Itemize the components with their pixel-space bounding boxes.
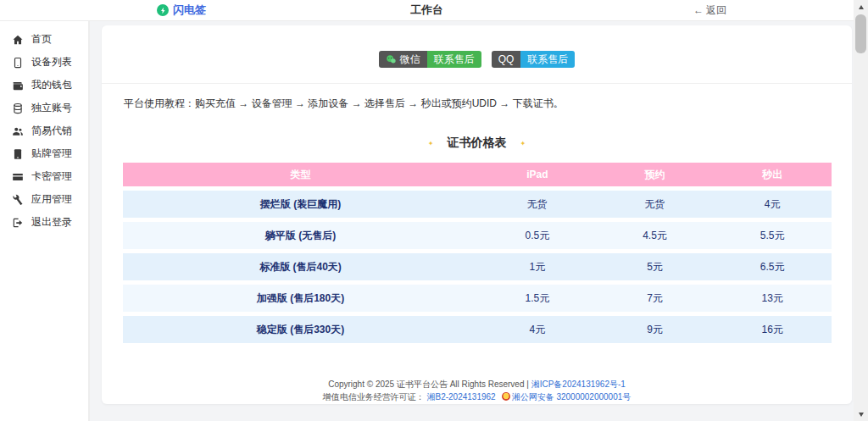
price-cell: 6.5元	[714, 253, 832, 280]
price-row: 加强版 (售后180天)1.5元7元13元	[123, 285, 832, 312]
sidebar-item-label: 我的钱包	[31, 78, 72, 92]
sidebar-item-label: 卡密管理	[31, 169, 72, 184]
sidebar-item-app-management[interactable]: 应用管理	[0, 188, 88, 211]
sign-out-icon	[12, 217, 24, 229]
price-cell: 无货	[479, 191, 597, 218]
price-table: 类型iPad预约秒出 摆烂版 (装巨魔用)无货无货4元躺平版 (无售后)0.5元…	[123, 158, 832, 347]
sparkle-icon: ✦	[520, 140, 526, 147]
icp-link[interactable]: 湘ICP备2024131962号-1	[531, 379, 626, 389]
column-header: 秒出	[714, 163, 832, 186]
wrench-icon	[12, 194, 24, 206]
price-cell: 9元	[596, 316, 714, 343]
smartphone-icon	[12, 57, 24, 69]
column-header: 预约	[596, 163, 714, 186]
license-line: 增值电信业务经营许可证： 湘B2-2024131962湘公网安备 3200000…	[102, 391, 852, 403]
wechat-icon	[386, 54, 397, 65]
price-cell: 13元	[714, 285, 832, 312]
sidebar-item-device-list[interactable]: 设备列表	[0, 51, 88, 74]
divider	[102, 83, 852, 84]
qq-label: QQ	[492, 51, 521, 68]
logo-text: 闪电签	[173, 3, 206, 18]
back-button[interactable]: ← 返回	[693, 0, 726, 20]
plan-name: 加强版 (售后180天)	[123, 285, 479, 312]
price-row: 标准版 (售后40天)1元5元6.5元	[123, 253, 832, 280]
scrollbar[interactable]	[854, 0, 868, 421]
security-record-link[interactable]: 湘公网安备 32000002000001号	[512, 392, 632, 402]
sidebar-item-label: 设备列表	[31, 55, 72, 69]
license-text: 增值电信业务经营许可证：	[323, 392, 427, 402]
plan-name: 摆烂版 (装巨魔用)	[123, 191, 479, 218]
price-table-title-text: 证书价格表	[448, 136, 507, 151]
price-row: 稳定版 (售后330天)4元9元16元	[123, 316, 832, 343]
column-header: iPad	[479, 163, 597, 186]
price-cell: 0.5元	[479, 222, 597, 249]
scrollbar-thumb[interactable]	[855, 14, 866, 53]
sidebar-item-label: 简易代销	[31, 124, 72, 138]
plan-name: 标准版 (售后40天)	[123, 253, 479, 280]
sidebar-item-label: 应用管理	[31, 192, 72, 207]
users-icon	[12, 125, 24, 137]
sidebar: 首页设备列表我的钱包独立账号简易代销贴牌管理卡密管理应用管理退出登录	[0, 21, 90, 421]
price-table-header-row: 类型iPad预约秒出	[123, 163, 832, 186]
copyright-line: Copyright © 2025 证书平台公告 All Rights Reser…	[102, 378, 852, 391]
sidebar-item-easy-resale[interactable]: 简易代销	[0, 119, 88, 142]
contact-buttons: 微信 联系售后 QQ 联系售后	[102, 25, 852, 68]
price-cell: 4元	[479, 316, 597, 343]
scroll-down-icon[interactable]	[854, 407, 868, 421]
wechat-contact-label: 联系售后	[427, 51, 481, 68]
price-cell: 5.5元	[714, 222, 832, 249]
sidebar-item-logout[interactable]: 退出登录	[0, 211, 88, 234]
tutorial-text: 平台使用教程：购买充值 → 设备管理 → 添加设备 → 选择售后 → 秒出或预约…	[124, 97, 852, 111]
sparkle-icon: ✦	[428, 140, 434, 147]
sidebar-item-label: 独立账号	[31, 101, 72, 115]
price-cell: 1元	[479, 253, 597, 280]
telecom-license-link[interactable]: 湘B2-2024131962	[426, 392, 495, 402]
back-arrow-icon: ←	[693, 0, 704, 20]
price-cell: 16元	[714, 316, 832, 343]
scroll-up-icon[interactable]	[854, 0, 868, 14]
sidebar-item-independent-account[interactable]: 独立账号	[0, 97, 88, 119]
column-header: 类型	[123, 163, 479, 186]
qq-contact-button[interactable]: QQ 联系售后	[492, 51, 576, 68]
back-label: 返回	[706, 0, 726, 20]
footer: Copyright © 2025 证书平台公告 All Rights Reser…	[102, 378, 852, 403]
top-header: 闪电签 工作台 ← 返回	[0, 0, 854, 21]
price-row: 摆烂版 (装巨魔用)无货无货4元	[123, 191, 832, 218]
price-cell: 无货	[596, 191, 714, 218]
sidebar-item-my-wallet[interactable]: 我的钱包	[0, 74, 88, 97]
price-cell: 1.5元	[479, 285, 597, 312]
lightning-logo-icon	[157, 4, 169, 16]
price-cell: 7元	[596, 285, 714, 312]
price-cell: 5元	[596, 253, 714, 280]
credit-card-icon	[12, 171, 24, 183]
wechat-label: 微信	[400, 51, 420, 68]
wechat-badge-left: 微信	[379, 51, 427, 68]
sidebar-item-label: 贴牌管理	[31, 147, 72, 161]
sidebar-item-label: 首页	[31, 32, 52, 47]
tablet-icon	[12, 148, 24, 160]
sidebar-item-home[interactable]: 首页	[0, 28, 88, 51]
home-icon	[12, 34, 24, 46]
price-cell: 4.5元	[596, 222, 714, 249]
price-table-title: ✦ 证书价格表 ✦	[102, 136, 852, 151]
price-row: 躺平版 (无售后)0.5元4.5元5.5元	[123, 222, 832, 249]
coins-icon	[12, 102, 24, 114]
logo[interactable]: 闪电签	[157, 0, 206, 20]
sidebar-item-label: 退出登录	[31, 215, 72, 230]
sidebar-item-card-key-management[interactable]: 卡密管理	[0, 165, 88, 188]
sidebar-nav: 首页设备列表我的钱包独立账号简易代销贴牌管理卡密管理应用管理退出登录	[0, 28, 88, 234]
sidebar-item-oem-management[interactable]: 贴牌管理	[0, 142, 88, 165]
plan-name: 躺平版 (无售后)	[123, 222, 479, 249]
page-title: 工作台	[410, 0, 443, 20]
police-badge-icon	[502, 392, 510, 401]
copyright-text: Copyright © 2025 证书平台公告 All Rights Reser…	[328, 379, 531, 389]
price-cell: 4元	[714, 191, 832, 218]
wechat-contact-button[interactable]: 微信 联系售后	[379, 51, 481, 68]
wallet-icon	[12, 80, 24, 91]
plan-name: 稳定版 (售后330天)	[123, 316, 479, 343]
qq-contact-label: 联系售后	[520, 51, 575, 68]
workbench-card: 微信 联系售后 QQ 联系售后 平台使用教程：购买充值 → 设备管理 → 添加设…	[102, 25, 852, 404]
